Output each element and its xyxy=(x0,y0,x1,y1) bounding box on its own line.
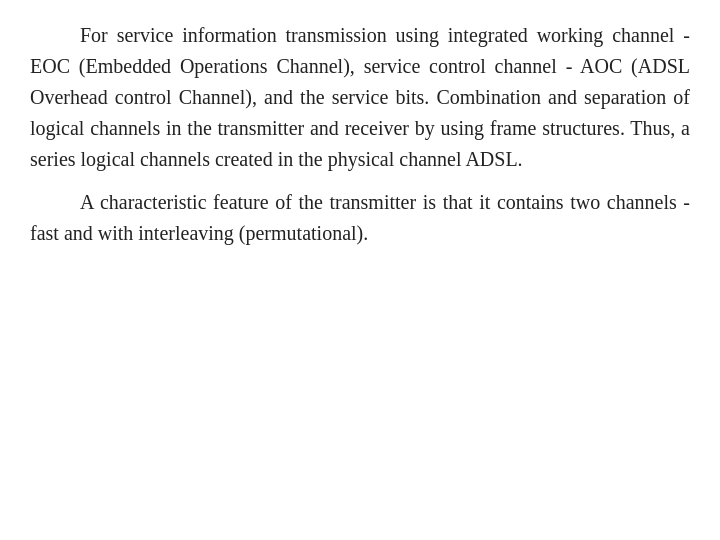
main-content: For service information transmission usi… xyxy=(30,20,690,261)
paragraph-1: For service information transmission usi… xyxy=(30,20,690,175)
paragraph-2: A characteristic feature of the transmit… xyxy=(30,187,690,249)
